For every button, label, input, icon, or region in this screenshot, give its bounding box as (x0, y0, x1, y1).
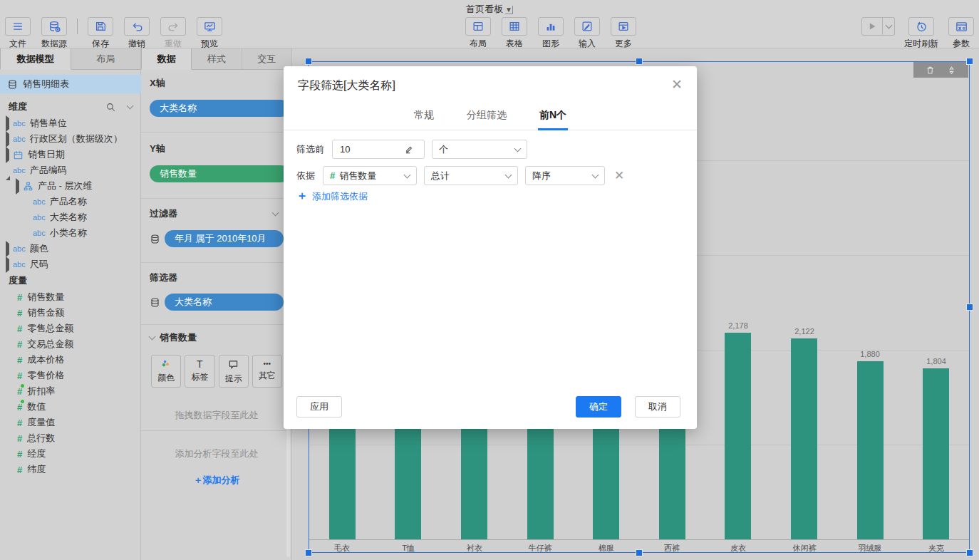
input-button[interactable]: 输入 (574, 17, 601, 50)
dimension-item[interactable]: abc产品编码 (0, 162, 141, 178)
redo-button[interactable]: 重做 (160, 17, 187, 50)
collapse-arrow-icon[interactable] (6, 150, 13, 160)
bar-皮衣[interactable] (725, 333, 751, 539)
basis-field-select[interactable]: # 销售数量 (323, 166, 417, 185)
timed-refresh-button[interactable]: 定时刷新 (904, 17, 938, 50)
dialog-tab-常规[interactable]: 常规 (413, 103, 435, 130)
x-category-label[interactable]: 休闲裤 (776, 543, 833, 554)
measure-item[interactable]: #交易总金额 (0, 336, 141, 352)
bar-羽绒服[interactable] (857, 361, 884, 539)
board-title[interactable]: 首页看板▼ (0, 3, 979, 16)
dimension-item[interactable]: abc销售单位 (0, 115, 141, 131)
dimension-item[interactable]: abc行政区划（数据级次） (0, 131, 141, 147)
top-n-input[interactable] (333, 144, 404, 155)
measure-section-header[interactable]: 销售数量 (141, 331, 292, 344)
measure-item[interactable]: #经度 (0, 446, 141, 462)
collapse-arrow-icon[interactable] (6, 134, 13, 145)
resize-handle[interactable] (305, 549, 312, 556)
x-category-label[interactable]: 棉服 (578, 543, 635, 554)
measure-item[interactable]: #销售金额 (0, 305, 141, 321)
dimension-item[interactable]: abc颜色 (0, 241, 141, 256)
collapse-arrow-icon[interactable] (6, 259, 13, 270)
ok-button[interactable]: 确定 (576, 396, 621, 418)
bar-夹克[interactable] (923, 368, 949, 539)
mark-button-提示[interactable]: 提示 (219, 355, 249, 388)
remove-basis-icon[interactable]: ✕ (614, 168, 624, 183)
chevron-down-icon[interactable] (127, 103, 134, 110)
table-button[interactable]: 表格 (501, 17, 528, 50)
more-button[interactable]: 更多 (610, 17, 637, 50)
cancel-button[interactable]: 取消 (635, 396, 680, 418)
collapse-arrow-icon[interactable] (16, 181, 23, 192)
x-axis-pill[interactable]: 大类名称 (150, 100, 289, 117)
x-category-label[interactable]: 衬衣 (446, 543, 503, 554)
save-button[interactable]: 保存 (87, 17, 114, 50)
filter-pill[interactable]: 年月 属于 2010年10月 (165, 230, 284, 247)
dimension-item[interactable]: 产品 - 层次维 (0, 178, 141, 194)
resize-handle[interactable] (636, 549, 643, 556)
play-button[interactable] (861, 17, 883, 36)
collapse-arrow-icon[interactable] (6, 118, 13, 129)
play-dropdown-button[interactable] (883, 17, 895, 36)
apply-button[interactable]: 应用 (296, 396, 342, 418)
measure-item[interactable]: #总行数 (0, 430, 141, 446)
x-category-label[interactable]: 皮衣 (710, 543, 767, 554)
dimension-item[interactable]: abc尺码 (0, 256, 141, 272)
measure-item[interactable]: #销售数量 (0, 289, 141, 305)
tab-数据[interactable]: 数据 (141, 48, 192, 70)
order-select[interactable]: 降序 (525, 166, 605, 185)
trash-icon[interactable] (925, 65, 936, 76)
x-category-label[interactable]: 西裤 (643, 543, 700, 554)
preview-button[interactable]: 预览 (196, 17, 223, 50)
tab-数据模型[interactable]: 数据模型 (0, 48, 71, 70)
resize-handle[interactable] (636, 58, 643, 65)
unit-select[interactable]: 个 (432, 140, 527, 159)
dialog-tab-前N个[interactable]: 前N个 (538, 103, 568, 130)
sidebar-item-sales-detail-table[interactable]: 销售明细表 (0, 75, 141, 93)
resize-handle[interactable] (966, 58, 973, 65)
dimension-item[interactable]: 销售日期 (0, 147, 141, 162)
selector-pill[interactable]: 大类名称 (165, 294, 284, 311)
measure-item[interactable]: #零售价格 (0, 368, 141, 383)
file-button[interactable]: 文件 (4, 17, 31, 50)
x-category-label[interactable]: T恤 (380, 543, 437, 554)
dimension-item[interactable]: abc产品名称 (0, 194, 141, 209)
chart-button[interactable]: 图形 (537, 17, 564, 50)
close-icon[interactable]: ✕ (671, 76, 683, 93)
resize-handle[interactable] (966, 549, 973, 556)
y-axis-pill[interactable]: 销售数量 (150, 165, 289, 182)
chevron-down-icon[interactable] (272, 209, 279, 217)
edit-pencil-icon[interactable] (404, 144, 415, 155)
undo-button[interactable]: 撤销 (123, 17, 150, 50)
dialog-tab-分组筛选[interactable]: 分组筛选 (465, 103, 508, 130)
layout-button[interactable]: 布局 (465, 17, 492, 50)
mark-button-其它[interactable]: •••其它 (252, 355, 282, 388)
tab-布局[interactable]: 布局 (71, 48, 141, 69)
search-icon[interactable] (105, 102, 116, 113)
params-button[interactable]: 参数 (948, 17, 975, 50)
resize-handle[interactable] (966, 304, 973, 311)
measure-item[interactable]: #成本价格 (0, 352, 141, 368)
measure-item[interactable]: #折扣率 (0, 383, 141, 399)
collapse-arrow-icon[interactable] (6, 244, 13, 254)
tab-样式[interactable]: 样式 (192, 48, 242, 69)
tab-交互[interactable]: 交互 (242, 48, 291, 69)
datasource-button[interactable]: 数据源 (41, 17, 68, 50)
dimension-item[interactable]: abc小类名称 (0, 225, 141, 241)
measure-item[interactable]: #零售总金额 (0, 321, 141, 336)
add-analysis-link[interactable]: ＋添加分析 (141, 474, 292, 487)
bar-休闲裤[interactable] (791, 338, 817, 539)
measure-item[interactable]: #纬度 (0, 462, 141, 477)
swap-vertical-icon[interactable] (946, 65, 957, 76)
measure-item[interactable]: #数值 (0, 399, 141, 415)
x-category-label[interactable]: 夹克 (908, 543, 965, 554)
dimension-item[interactable]: abc大类名称 (0, 209, 141, 225)
x-category-label[interactable]: 毛衣 (314, 543, 371, 554)
expand-arrow-icon[interactable] (6, 165, 13, 176)
aggregation-select[interactable]: 总计 (424, 166, 518, 185)
x-category-label[interactable]: 羽绒服 (841, 543, 898, 554)
add-basis-link[interactable]: ＋ 添加筛选依据 (296, 189, 368, 204)
resize-handle[interactable] (305, 58, 312, 65)
mark-button-颜色[interactable]: 颜色 (151, 355, 181, 388)
x-category-label[interactable]: 牛仔裤 (512, 543, 569, 554)
